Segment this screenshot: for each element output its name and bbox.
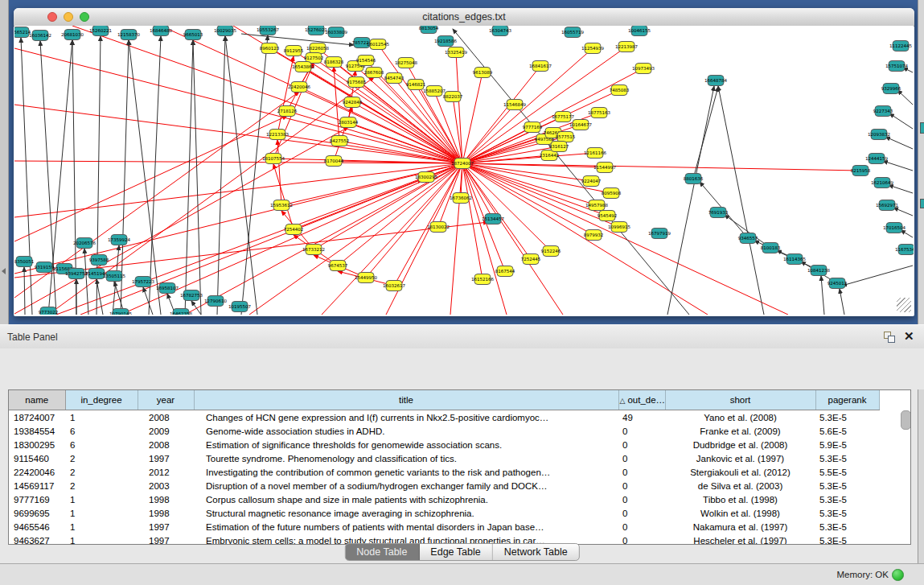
graph-node-label: 10790145 bbox=[109, 311, 132, 315]
graph-node-label: 13325419 bbox=[445, 50, 467, 55]
graph-node-label: 8100183 bbox=[761, 245, 781, 250]
tab-node-table[interactable]: Node Table bbox=[345, 544, 419, 560]
float-window-icon[interactable] bbox=[884, 332, 896, 343]
table-cell: 9463627 bbox=[9, 534, 65, 545]
table-row[interactable]: 1872400712008Changes of HCN gene express… bbox=[9, 410, 879, 425]
tab-network-table[interactable]: Network Table bbox=[493, 544, 579, 560]
graph-node-label: 9319159 bbox=[35, 265, 55, 270]
graph-node-label: 10164677 bbox=[569, 122, 592, 127]
table-cell: de Silva et al. (2003) bbox=[665, 479, 815, 492]
graph-node-label: 8186328 bbox=[324, 60, 344, 64]
graph-node-label: 9245012 bbox=[827, 281, 848, 286]
graph-node-label: 16304743 bbox=[489, 28, 511, 33]
peek-node-fragment bbox=[920, 199, 924, 208]
graph-node-label: 7485083 bbox=[610, 88, 630, 93]
graph-edge bbox=[901, 230, 913, 237]
column-header-pagerank[interactable]: pagerank bbox=[815, 390, 879, 410]
graph-node-label: 12093832 bbox=[868, 132, 890, 137]
graph-node-label: 9227343 bbox=[873, 109, 893, 113]
graph-edge bbox=[249, 163, 462, 315]
close-icon[interactable]: ✕ bbox=[904, 329, 914, 344]
table-row[interactable]: 977716911998Corpus callosum shape and si… bbox=[9, 492, 879, 506]
column-header-short[interactable]: short bbox=[665, 390, 815, 410]
window-resize-grip[interactable] bbox=[897, 298, 911, 312]
table-row[interactable]: 969969511998Structural magnetic resonanc… bbox=[9, 506, 879, 520]
table-cell: 9699695 bbox=[9, 506, 65, 520]
tab-edge-table[interactable]: Edge Table bbox=[419, 544, 492, 560]
graph-edge bbox=[693, 87, 718, 179]
graph-node-label: 13505115 bbox=[103, 274, 125, 278]
table-row[interactable]: 946554611997Estimation of the future num… bbox=[9, 520, 879, 534]
graph-node-label: 20681030 bbox=[61, 32, 84, 37]
table-cell: 0 bbox=[618, 451, 665, 465]
graph-node-label: 10029035 bbox=[214, 28, 236, 33]
graph-node-label: 16797919 bbox=[648, 231, 671, 236]
table-cell: Estimation of significance thresholds fo… bbox=[194, 438, 618, 451]
graph-node-label: 22420046 bbox=[288, 84, 310, 89]
table-scrollbar-thumb[interactable] bbox=[901, 410, 911, 430]
table-cell: 14569117 bbox=[9, 479, 65, 492]
graph-node-label: 12790610 bbox=[204, 299, 227, 303]
column-header-name[interactable]: name bbox=[9, 390, 65, 410]
column-header-in_degree[interactable]: in_degree bbox=[65, 390, 138, 410]
table-cell: 49 bbox=[618, 410, 665, 425]
network-desktop: citations_edges.txt 95652141603614220681… bbox=[0, 0, 924, 324]
table-row[interactable]: 1938455462009Genome-wide association stu… bbox=[9, 424, 879, 438]
graph-node-label: 8822037 bbox=[443, 94, 463, 99]
column-header-year[interactable]: year bbox=[138, 390, 194, 410]
table-cell: 1997 bbox=[138, 534, 194, 545]
graph-edge bbox=[462, 163, 531, 259]
graph-node-label: 16958107 bbox=[156, 286, 179, 290]
column-header-title[interactable]: title bbox=[194, 390, 618, 410]
table-row[interactable]: 911546021997Tourette syndrome. Phenomeno… bbox=[9, 451, 879, 465]
graph-edge bbox=[821, 276, 824, 315]
table-cell: 1998 bbox=[138, 506, 194, 520]
table-row[interactable]: 1456911722003Disruption of a novel membe… bbox=[9, 479, 879, 492]
right-edge-strip bbox=[918, 0, 924, 563]
graph-node-label: 8912955 bbox=[284, 48, 304, 53]
graph-node-label: 2803144 bbox=[339, 120, 359, 125]
table-cell: Structural magnetic resonance image aver… bbox=[194, 506, 618, 520]
graph-node-label: 17016504 bbox=[883, 225, 906, 230]
column-header-out_de[interactable]: △out_de… bbox=[618, 390, 665, 410]
table-cell: 18724007 bbox=[9, 410, 65, 425]
graph-node-label: 12213987 bbox=[615, 44, 638, 49]
table-cell: 1 bbox=[65, 534, 138, 545]
graph-node-label: 9773022 bbox=[39, 310, 59, 315]
graph-edge bbox=[149, 36, 161, 315]
graph-node-label: 15134457 bbox=[482, 216, 504, 221]
table-cell: Genome-wide association studies in ADHD. bbox=[194, 424, 618, 438]
graph-node-label: 12158370 bbox=[117, 32, 140, 37]
application-window: citations_edges.txt 95652141603614220681… bbox=[0, 0, 924, 585]
table-cell: 5.3E-5 bbox=[815, 492, 879, 506]
table-cell: 18300295 bbox=[9, 438, 65, 451]
table-cell: 5.5E-5 bbox=[815, 465, 879, 479]
graph-node-label: 10195507 bbox=[228, 304, 251, 309]
window-titlebar[interactable]: citations_edges.txt bbox=[14, 8, 914, 27]
status-bar: Memory: OK bbox=[0, 563, 924, 585]
graph-node-label: 16012545 bbox=[367, 42, 389, 47]
graph-node-label: 16543862 bbox=[292, 64, 314, 69]
graph-edge bbox=[667, 86, 714, 315]
table-row[interactable]: 2242004622012Investigating the contribut… bbox=[9, 465, 879, 479]
graph-node-label: 16782753 bbox=[180, 293, 203, 298]
graph-node-label: 16032617 bbox=[383, 283, 405, 288]
table-row[interactable]: 1830029562008Estimation of significance … bbox=[9, 438, 879, 451]
graph-edge bbox=[462, 163, 507, 315]
graph-edge bbox=[462, 48, 593, 163]
graph-node-label: 12213383 bbox=[266, 132, 289, 137]
graph-node-label: 16210649 bbox=[871, 180, 893, 185]
collapsed-panel-strip[interactable] bbox=[0, 0, 9, 324]
graph-edge bbox=[889, 185, 913, 193]
graph-node-label: 14957988 bbox=[585, 203, 608, 208]
table-cell: 1 bbox=[65, 492, 138, 506]
table-cell: Investigating the contribution of common… bbox=[194, 465, 618, 479]
network-canvas[interactable]: 9565214160361422068103015260221121583701… bbox=[14, 26, 914, 315]
graph-edge bbox=[450, 163, 462, 315]
table-cell: Stergiakouli et al. (2012) bbox=[665, 465, 815, 479]
graph-edge bbox=[378, 44, 462, 163]
graph-node-label: 19218586 bbox=[434, 39, 457, 43]
table-cell: Corpus callosum shape and size in male p… bbox=[194, 492, 618, 506]
graph-edge bbox=[185, 40, 193, 315]
graph-edge bbox=[889, 113, 913, 129]
